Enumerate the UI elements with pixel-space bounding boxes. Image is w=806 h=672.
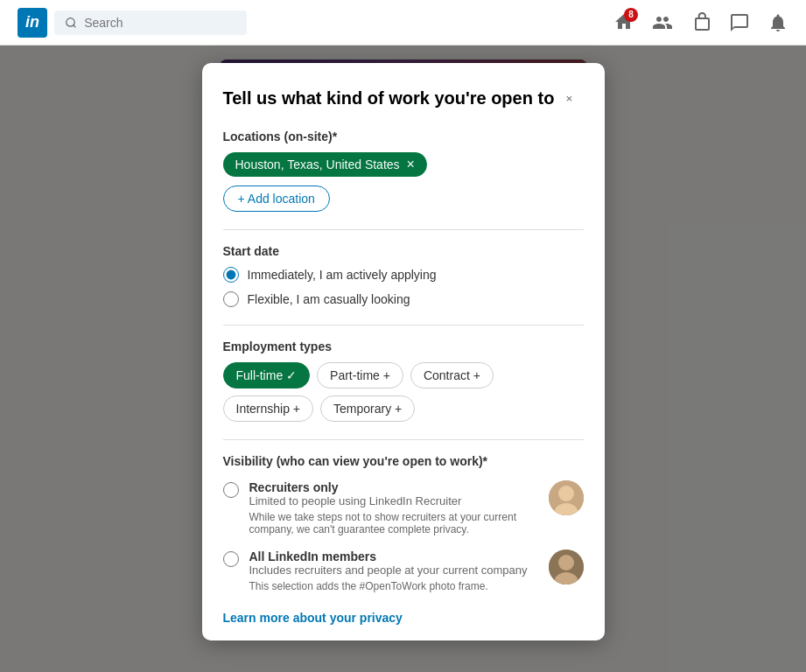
location-tags: Houston, Texas, United States × [223, 152, 584, 177]
visibility-section: Visibility (who can view you're open to … [223, 454, 584, 592]
divider-2 [223, 325, 584, 326]
search-bar[interactable] [54, 10, 247, 35]
recruiters-note: While we take steps not to show recruite… [249, 511, 538, 536]
svg-point-12 [558, 555, 574, 570]
home-badge: 8 [624, 8, 638, 22]
recruiters-title: Recruiters only [249, 480, 538, 494]
add-location-button[interactable]: + Add location [223, 186, 330, 212]
nav-icon-group: 8 [613, 11, 788, 34]
briefcase-icon [690, 12, 711, 33]
flexible-option[interactable]: Flexible, I am casually looking [223, 291, 584, 307]
svg-point-0 [67, 18, 74, 25]
employment-label: Employment types [223, 340, 584, 354]
divider-1 [223, 229, 584, 230]
immediately-label: Immediately, I am actively applying [248, 268, 437, 282]
chip-internship[interactable]: Internship + [223, 396, 314, 422]
immediately-option[interactable]: Immediately, I am actively applying [223, 267, 584, 283]
svg-line-1 [74, 24, 76, 27]
modal-header: Tell us what kind of work you're open to… [223, 84, 584, 112]
employment-chips: Full-time ✓ Part-time + Contract + Inter… [223, 362, 584, 422]
all-members-avatar-svg [549, 550, 584, 584]
location-tag-text: Houston, Texas, United States [235, 158, 400, 172]
start-date-label: Start date [223, 244, 584, 258]
search-input[interactable] [84, 16, 236, 30]
close-button[interactable]: × [556, 84, 584, 112]
immediately-radio[interactable] [223, 267, 239, 283]
modal-overlay: Tell us what kind of work you're open to… [0, 46, 806, 672]
svg-point-9 [558, 486, 574, 501]
chip-contract[interactable]: Contract + [410, 362, 494, 388]
nav-notifications[interactable] [767, 12, 788, 33]
all-members-option[interactable]: All LinkedIn members Includes recruiters… [223, 550, 584, 592]
recruiters-desc: Limited to people using LinkedIn Recruit… [249, 494, 538, 508]
recruiters-radio[interactable] [223, 482, 239, 498]
all-members-title: All LinkedIn members [249, 550, 538, 564]
nav-jobs[interactable] [690, 12, 711, 33]
learn-more-link[interactable]: Learn more about your privacy [223, 611, 403, 625]
messaging-icon [729, 12, 750, 33]
location-tag-houston: Houston, Texas, United States × [223, 152, 427, 177]
nav-home[interactable]: 8 [613, 11, 634, 34]
recruiters-text: Recruiters only Limited to people using … [249, 480, 538, 536]
recruiters-avatar [549, 480, 584, 515]
all-members-text: All LinkedIn members Includes recruiters… [249, 550, 538, 592]
bell-icon [767, 12, 788, 33]
network-icon [652, 12, 673, 33]
all-members-avatar [549, 550, 584, 584]
linkedin-logo: in [18, 8, 47, 38]
divider-3 [223, 439, 584, 440]
recruiters-avatar-svg [549, 480, 584, 515]
all-members-note: This selection adds the #OpenToWork phot… [249, 580, 538, 592]
all-members-radio[interactable] [223, 551, 239, 567]
nav-network[interactable] [652, 12, 673, 33]
recruiters-option[interactable]: Recruiters only Limited to people using … [223, 480, 584, 536]
locations-label: Locations (on-site)* [223, 130, 584, 144]
chip-temporary[interactable]: Temporary + [320, 396, 415, 422]
chip-parttime[interactable]: Part-time + [317, 362, 403, 388]
chip-fulltime[interactable]: Full-time ✓ [223, 362, 311, 388]
search-icon [65, 16, 77, 30]
visibility-label: Visibility (who can view you're open to … [223, 454, 584, 468]
nav-messaging[interactable] [729, 12, 750, 33]
employment-section: Employment types Full-time ✓ Part-time +… [223, 340, 584, 422]
flexible-radio[interactable] [223, 291, 239, 307]
flexible-label: Flexible, I am casually looking [248, 292, 410, 306]
modal-dialog: Tell us what kind of work you're open to… [202, 63, 605, 640]
all-members-desc: Includes recruiters and people at your c… [249, 564, 538, 577]
start-date-radio-group: Immediately, I am actively applying Flex… [223, 267, 584, 307]
remove-location-button[interactable]: × [407, 158, 415, 172]
navbar: in 8 [0, 0, 806, 46]
modal-title: Tell us what kind of work you're open to [223, 88, 555, 108]
